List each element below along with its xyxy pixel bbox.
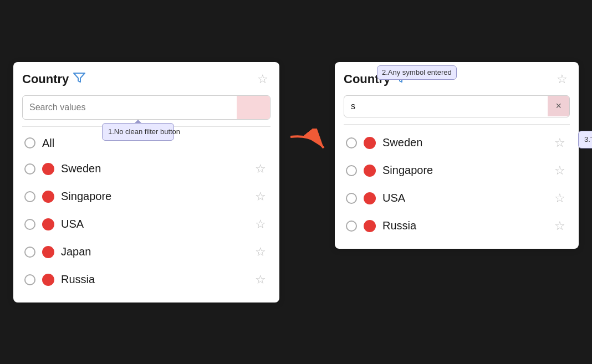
radio-all[interactable] [24,137,35,148]
item-label-russia-left: Russia [61,273,246,286]
search-highlight-left [237,96,270,119]
left-search-box [22,95,271,120]
list-item-russia-left[interactable]: Russia ☆ [22,266,271,294]
star-russia-left[interactable]: ☆ [253,271,268,288]
left-panel-wrapper: Country ☆ All [13,62,279,303]
star-russia-right[interactable]: ☆ [552,218,568,234]
item-label-usa-right: USA [382,192,545,204]
tooltip-clean-filter-appears: 3.The clean filter button appears [578,131,592,148]
star-singapore-right[interactable]: ☆ [552,162,568,179]
radio-usa-left[interactable] [24,219,35,230]
dot-japan-left [42,246,54,258]
right-divider [344,124,570,125]
dot-usa-left [42,218,54,230]
list-item-sweden-left[interactable]: Sweden ☆ [22,155,271,183]
item-label-singapore-left: Singapore [61,190,246,203]
list-item-sweden-right[interactable]: Sweden ☆ [344,129,570,157]
left-panel-title: Country [22,72,69,86]
dot-sweden-right [364,137,376,149]
favorite-button-right[interactable]: ☆ [554,71,570,88]
item-label-russia-right: Russia [382,219,545,232]
star-sweden-left[interactable]: ☆ [253,161,268,177]
list-item-japan-left[interactable]: Japan ☆ [22,238,271,266]
left-panel-header: Country ☆ [22,71,271,88]
star-singapore-left[interactable]: ☆ [253,188,268,205]
right-search-box: × [344,95,570,117]
radio-singapore-right[interactable] [346,165,357,176]
favorite-button-left[interactable]: ☆ [255,71,271,88]
radio-russia-left[interactable] [24,274,35,285]
list-item-singapore-left[interactable]: Singapore ☆ [22,183,271,211]
left-panel: Country ☆ All [13,62,279,303]
dot-usa-right [364,192,376,204]
clear-filter-button[interactable]: × [548,96,569,116]
radio-usa-right[interactable] [346,193,357,204]
list-item-usa-right[interactable]: USA ☆ [344,184,570,212]
list-item-russia-right[interactable]: Russia ☆ [344,212,570,240]
radio-japan-left[interactable] [24,247,35,258]
item-label-japan-left: Japan [61,245,246,258]
arrow-container [279,129,335,162]
filter-icon-left[interactable] [73,73,85,85]
star-usa-right[interactable]: ☆ [552,190,568,207]
item-label-sweden-right: Sweden [382,136,545,149]
right-panel-wrapper: Country 2.Any symbol entered ☆ × 3.The c… [335,62,579,249]
dot-russia-left [42,274,54,286]
star-japan-left[interactable]: ☆ [253,244,268,260]
left-search-input[interactable] [23,97,237,118]
main-container: Country ☆ All [13,62,579,303]
radio-sweden-right[interactable] [346,137,357,148]
star-sweden-right[interactable]: ☆ [552,135,568,151]
tooltip-any-symbol: 2.Any symbol entered [377,65,457,80]
radio-sweden-left[interactable] [24,163,35,175]
arrow-icon [285,129,329,162]
right-search-input[interactable] [344,96,548,117]
list-item-singapore-right[interactable]: Singapore ☆ [344,157,570,184]
dot-singapore-left [42,191,54,203]
right-panel: Country 2.Any symbol entered ☆ × 3.The c… [335,62,579,249]
radio-russia-right[interactable] [346,221,357,232]
dot-singapore-right [364,165,376,177]
item-label-usa-left: USA [61,218,246,230]
list-item-usa-left[interactable]: USA ☆ [22,211,271,238]
dot-sweden-left [42,163,54,175]
item-label-sweden-left: Sweden [61,162,246,175]
star-usa-left[interactable]: ☆ [253,216,268,233]
tooltip-no-clean-filter: 1.No clean filter button [102,123,174,141]
item-label-singapore-right: Singapore [382,164,545,177]
radio-singapore-left[interactable] [24,191,35,202]
dot-russia-right [364,220,376,232]
right-panel-header: Country 2.Any symbol entered ☆ [344,71,570,88]
